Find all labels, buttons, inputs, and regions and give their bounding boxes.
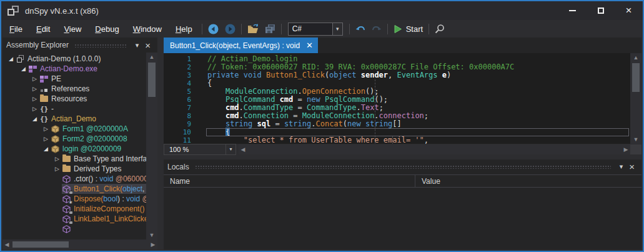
code-line-3[interactable]: 3private void Button1_Click(object sende…: [164, 71, 630, 79]
panel-splitter[interactable]: [157, 38, 164, 249]
tree-item[interactable]: ▷Resources: [2, 94, 146, 104]
tree-item-label: Button1_Click(object, EventArgs) : void …: [74, 184, 146, 193]
locals-header[interactable]: Locals ▾ ×: [164, 159, 642, 174]
open-button[interactable]: [244, 23, 262, 35]
editor-vertical-scrollbar[interactable]: ▲ ▼: [630, 53, 642, 144]
redo-button[interactable]: [369, 23, 385, 35]
tree-item-label: Dispose(bool) : void @06000026: [74, 194, 146, 203]
undo-button[interactable]: [352, 23, 369, 35]
save-all-button[interactable]: [262, 23, 279, 35]
scroll-right-icon[interactable]: ▶: [149, 241, 157, 248]
dnspy-logo-icon: [7, 6, 19, 16]
scrollbar-thumb[interactable]: [632, 63, 640, 92]
scroll-left-icon[interactable]: ◀: [239, 146, 247, 153]
lock-badge-icon: [69, 221, 72, 224]
expander-icon[interactable]: ▷: [41, 126, 51, 132]
panel-menu-button[interactable]: ▾: [132, 41, 142, 49]
expander-icon[interactable]: ◢: [41, 146, 51, 152]
scrollbar-thumb[interactable]: [148, 63, 156, 97]
assembly-tree: ◢Actian-Demo (1.0.0.0)◢Actian-Demo.exe▷P…: [2, 53, 146, 239]
line-number: 9: [164, 120, 199, 128]
expander-icon[interactable]: ▷: [30, 86, 39, 92]
tree-item[interactable]: ▷PE: [2, 74, 146, 84]
code-line-9[interactable]: 9 string sql = string.Concat(new string[…: [164, 120, 630, 128]
scrollbar-thumb[interactable]: [12, 241, 69, 248]
method-icon: ∗: [62, 194, 71, 203]
tree-item[interactable]: ▷{}-: [2, 104, 146, 114]
tree-item[interactable]: ◢login @02000009: [2, 144, 146, 154]
horizontal-splitter[interactable]: [164, 155, 642, 159]
tree-item-label: PE: [51, 74, 61, 83]
tree-item[interactable]: ▷Base Type and Interfaces: [2, 154, 146, 164]
tree-item[interactable]: Button1_Click(object, EventArgs) : void …: [2, 184, 146, 194]
panel-close-button[interactable]: ×: [626, 161, 638, 172]
panel-close-button[interactable]: ×: [142, 40, 154, 51]
tree-item-label: .ctor() : void @06000025: [74, 174, 146, 183]
tree-item[interactable]: LinkLabel1_LinkClicked(object, LinkLabel…: [2, 214, 146, 224]
back-button[interactable]: [205, 23, 222, 36]
scroll-right-icon[interactable]: ▶: [622, 146, 630, 153]
scroll-up-icon[interactable]: ▲: [633, 53, 639, 62]
tree-item-label: -: [51, 104, 54, 113]
close-button[interactable]: ×: [615, 1, 643, 20]
column-name[interactable]: Name: [164, 175, 415, 187]
menu-item-window[interactable]: Window: [126, 22, 169, 36]
tab-close-icon[interactable]: ✕: [306, 41, 313, 50]
maximize-button[interactable]: [587, 1, 615, 20]
tree-vertical-scrollbar[interactable]: ▲ ▼: [146, 53, 157, 239]
expander-icon[interactable]: ▷: [30, 96, 39, 102]
minimize-button[interactable]: [558, 1, 587, 20]
expander-icon[interactable]: ▷: [41, 136, 51, 142]
scroll-up-icon[interactable]: ▲: [149, 53, 155, 61]
scroll-down-icon[interactable]: ▼: [149, 231, 155, 239]
expander-icon[interactable]: ◢: [19, 66, 28, 72]
menu-item-debug[interactable]: Debug: [88, 22, 126, 36]
menu-item-view[interactable]: View: [57, 22, 88, 36]
code-area[interactable]: 1// Actian_Demo.login2// Token: 0x060000…: [164, 53, 630, 144]
class-icon: [51, 124, 60, 133]
menu-item-help[interactable]: Help: [169, 22, 199, 36]
assembly-explorer-header[interactable]: Assembly Explorer ▾ ×: [2, 38, 157, 53]
search-button[interactable]: [432, 23, 448, 35]
tree-item[interactable]: InitializeComponent() : void @06000028: [2, 204, 146, 214]
tree-horizontal-scrollbar[interactable]: ◀ ▶: [2, 239, 157, 249]
expander-icon[interactable]: ▷: [30, 76, 39, 82]
expander-icon[interactable]: ◢: [6, 56, 16, 62]
editor-horizontal-scrollbar[interactable]: ◀ ▶: [239, 144, 630, 154]
tree-item[interactable]: .ctor() : void @06000025: [2, 174, 146, 184]
tree-item[interactable]: ▷Form1 @0200000A: [2, 124, 146, 134]
expander-icon[interactable]: ▷: [30, 106, 39, 112]
tree-item[interactable]: ▷Form2 @02000008: [2, 134, 146, 144]
code-line-11[interactable]: 11 "select * from UserTable where email=…: [164, 136, 630, 144]
tree-item[interactable]: ∗Dispose(bool) : void @06000026: [2, 194, 146, 204]
forward-button[interactable]: [222, 23, 239, 36]
chevron-down-icon: ▾: [225, 144, 235, 154]
tree-item[interactable]: ▷References: [2, 84, 146, 94]
locals-panel: Locals ▾ × Name Value: [164, 159, 642, 250]
scroll-left-icon[interactable]: ◀: [2, 241, 11, 248]
zoom-combobox[interactable]: 100 % ▾: [164, 144, 236, 155]
line-number: 3: [164, 71, 199, 79]
tree-item[interactable]: ◢Actian-Demo.exe: [2, 64, 146, 74]
expander-icon[interactable]: ▷: [52, 156, 62, 162]
panel-menu-button[interactable]: ▾: [617, 163, 627, 171]
tree-item[interactable]: [2, 224, 146, 234]
tree-item[interactable]: ◢{}Actian_Demo: [2, 114, 146, 124]
method-icon: [62, 174, 71, 183]
start-button[interactable]: Start: [390, 23, 426, 35]
tree-item[interactable]: ▷Derived Types: [2, 164, 146, 174]
expander-icon[interactable]: ◢: [30, 116, 39, 122]
tab-button1-click[interactable]: Button1_Click(object, EventArgs) : void …: [164, 38, 318, 53]
minimize-icon: [569, 10, 576, 11]
folder-icon: [62, 164, 71, 173]
editor-bottom-bar: 100 % ▾ ◀ ▶: [164, 144, 642, 155]
menu-item-file[interactable]: File: [2, 22, 29, 36]
locals-body[interactable]: [164, 188, 642, 250]
column-value[interactable]: Value: [415, 175, 642, 187]
menu-item-edit[interactable]: Edit: [29, 22, 57, 36]
scroll-down-icon[interactable]: ▼: [633, 135, 639, 144]
tree-item[interactable]: ◢Actian-Demo (1.0.0.0): [2, 54, 146, 64]
language-combobox[interactable]: C# ▾: [288, 23, 343, 36]
line-number: 11: [164, 136, 199, 144]
expander-icon[interactable]: ▷: [52, 166, 62, 172]
